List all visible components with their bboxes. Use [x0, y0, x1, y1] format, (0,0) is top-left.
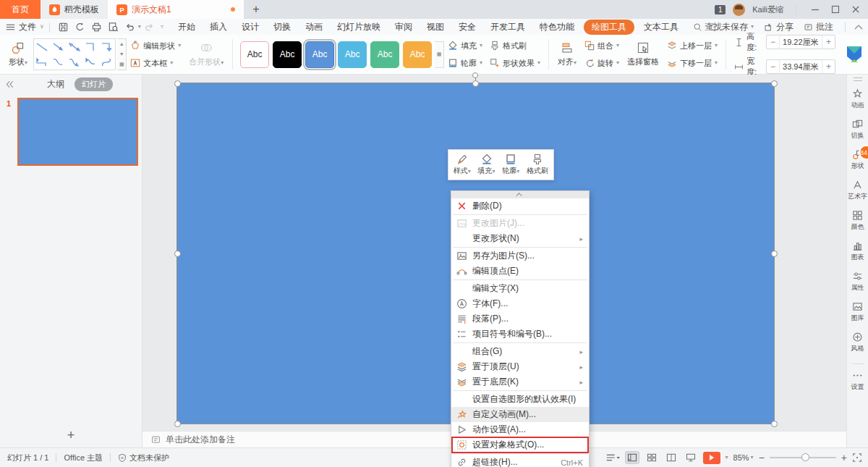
zoom-out-button[interactable]: − [759, 452, 765, 463]
connector-shape-icon[interactable] [99, 39, 115, 54]
resize-handle[interactable] [771, 421, 778, 427]
shape-effects-button[interactable]: 形状效果▾ [490, 56, 540, 70]
sidebar-item-settings[interactable]: 设置 [847, 370, 868, 392]
fill-quick-button[interactable]: 填充▾ [478, 153, 495, 176]
redo-button[interactable] [143, 22, 156, 33]
note-toggle-button[interactable] [605, 453, 620, 463]
context-item-置于底层[interactable]: 置于底层(K)▸ [451, 374, 589, 390]
sidebar-item-动画[interactable]: 动画 [848, 88, 867, 110]
resize-handle[interactable] [174, 251, 181, 257]
username-label[interactable]: Kaili爱缩 [752, 4, 783, 15]
align-button[interactable]: 对齐▾ [553, 40, 581, 69]
maximize-button[interactable] [829, 4, 842, 15]
context-item-超链接[interactable]: 超链接(H)...Ctrl+K [451, 455, 589, 467]
group-button[interactable]: 组合▾ [584, 38, 619, 53]
print-preview-button[interactable] [107, 22, 119, 33]
tab-document[interactable]: P 演示文稿1 [108, 0, 244, 19]
reading-view-button[interactable] [664, 451, 678, 464]
context-menu-scroll-up[interactable] [451, 191, 589, 198]
context-item-编辑顶点[interactable]: 编辑顶点(E) [451, 264, 589, 279]
zoom-slider-knob[interactable] [801, 453, 809, 461]
context-item-动作设置[interactable]: 动作设置(A)... [451, 422, 589, 437]
resize-handle[interactable] [771, 251, 778, 257]
tab-docer-templates[interactable]: 稻壳模板 [41, 0, 108, 19]
rotation-handle[interactable] [472, 72, 478, 78]
close-button[interactable] [849, 4, 862, 15]
menu-文本工具[interactable]: 文本工具 [637, 20, 686, 35]
merge-shapes-button[interactable]: 合并形状▾ [184, 40, 228, 69]
slide-thumbnail[interactable] [17, 98, 138, 166]
connector-shape-icon[interactable] [82, 39, 98, 54]
sidebar-item-艺术字[interactable]: 艺术字 [848, 180, 867, 201]
menu-插入[interactable]: 插入 [203, 20, 234, 35]
export-pdf-button[interactable] [74, 22, 86, 33]
connector-shape-icon[interactable] [67, 54, 82, 70]
connector-shape-icon[interactable] [50, 39, 66, 54]
menu-视图[interactable]: 视图 [420, 20, 451, 35]
connector-shape-icon[interactable] [82, 54, 98, 70]
menu-开始[interactable]: 开始 [171, 20, 203, 35]
theme-label[interactable]: Office 主题 [64, 453, 103, 463]
width-increase-button[interactable]: + [822, 62, 835, 72]
slide-sorter-view-button[interactable] [644, 451, 659, 464]
shape-gallery-spinner[interactable]: ▲▼▦ [117, 38, 127, 70]
file-menu-button[interactable]: 文件 ∨ [6, 21, 44, 33]
connector-shape-icon[interactable] [34, 39, 50, 54]
collapse-panel-icon[interactable] [6, 80, 14, 88]
connector-shape-icon[interactable] [99, 54, 115, 70]
rotate-button[interactable]: 旋转▾ [584, 56, 619, 70]
menu-绘图工具[interactable]: 绘图工具 [584, 20, 634, 35]
resize-handle[interactable] [771, 80, 778, 87]
menu-开发工具[interactable]: 开发工具 [483, 20, 532, 35]
minimize-button[interactable] [809, 4, 822, 15]
context-item-字体[interactable]: 字体(F)... [451, 296, 589, 311]
print-button[interactable] [90, 22, 103, 33]
normal-view-button[interactable] [625, 451, 639, 464]
fill-button[interactable]: 填充▾ [448, 38, 482, 53]
sidebar-item-切换[interactable]: 切换 [848, 119, 867, 140]
context-item-另存为图片[interactable]: 另存为图片(S)... [451, 248, 589, 264]
style-swatch-2[interactable]: Abc [273, 41, 302, 68]
menu-幻灯片放映[interactable]: 幻灯片放映 [330, 20, 388, 35]
tab-home[interactable]: 首页 [0, 0, 41, 19]
menu-设计[interactable]: 设计 [234, 20, 266, 35]
context-item-自定义动画[interactable]: 自定义动画(M)... [451, 407, 589, 422]
context-item-编辑文字[interactable]: 编辑文字(X) [451, 281, 589, 296]
style-swatch-3[interactable]: Abc [305, 41, 334, 68]
add-slide-button[interactable]: + [0, 428, 142, 443]
play-slideshow-button[interactable] [703, 452, 720, 464]
context-item-项目符号和编号[interactable]: 项目符号和编号(B)... [451, 327, 589, 342]
sidebar-item-属性[interactable]: 属性 [848, 271, 867, 293]
menu-审阅[interactable]: 审阅 [388, 20, 420, 35]
context-item-置于顶层[interactable]: 置于顶层(U)▸ [451, 359, 589, 374]
fit-to-window-icon[interactable] [852, 453, 862, 463]
outline-quick-button[interactable]: 轮廓▾ [502, 153, 519, 176]
connector-shape-icon[interactable] [34, 54, 50, 70]
resize-handle[interactable] [472, 80, 479, 87]
selection-pane-button[interactable]: 选择窗格 [623, 40, 663, 69]
tab-slides[interactable]: 幻灯片 [75, 77, 113, 91]
bring-forward-button[interactable]: 上移一层▾ [667, 38, 718, 53]
height-value[interactable]: 19.22厘米 [779, 35, 822, 49]
context-item-更改形状[interactable]: 更改形状(N)▸ [451, 231, 589, 246]
tab-outline[interactable]: 大纲 [47, 78, 64, 91]
outline-button[interactable]: 轮廓▾ [448, 56, 482, 70]
sidebar-item-形状[interactable]: 形状84 [848, 149, 867, 171]
menu-切换[interactable]: 切换 [266, 20, 298, 35]
play-dropdown-icon[interactable]: ▾ [726, 455, 728, 460]
width-decrease-button[interactable]: − [767, 62, 779, 72]
context-item-设置自选图形的默认效果[interactable]: 设置自选图形的默认效果(I) [451, 392, 589, 407]
menu-安全[interactable]: 安全 [451, 20, 483, 35]
doc-protect-status[interactable]: 文档未保护 [118, 453, 169, 463]
zoom-in-button[interactable]: + [841, 452, 847, 463]
new-tab-button[interactable]: + [244, 0, 268, 19]
height-decrease-button[interactable]: − [767, 37, 779, 47]
connector-shape-icon[interactable] [50, 54, 66, 70]
window-count-badge[interactable]: 1 [715, 5, 726, 14]
sidebar-item-图库[interactable]: 图库 [848, 301, 867, 323]
context-item-组合[interactable]: 组合(G)▸ [451, 344, 589, 359]
textbox-button[interactable]: 文本框▾ [130, 56, 181, 70]
menu-特色功能[interactable]: 特色功能 [532, 20, 582, 35]
style-swatch-1[interactable]: Abc [240, 41, 269, 68]
presenter-view-button[interactable] [684, 451, 698, 464]
